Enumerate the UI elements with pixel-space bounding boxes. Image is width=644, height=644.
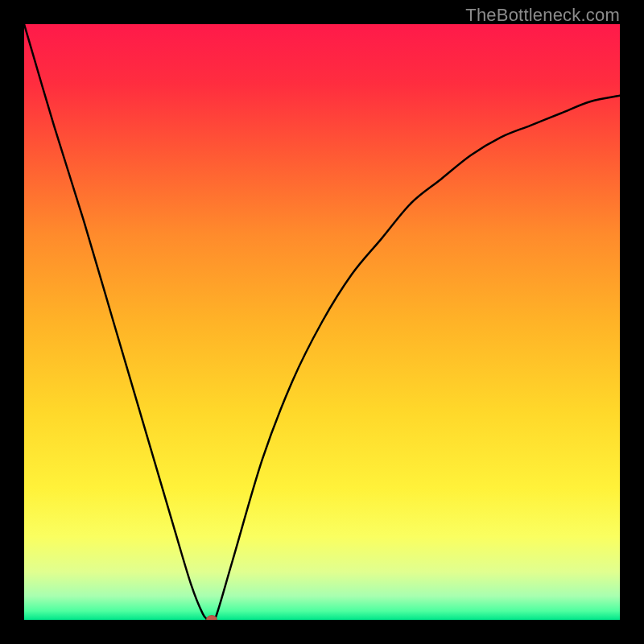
bottleneck-curve [24, 24, 620, 620]
optimal-marker [206, 615, 217, 620]
plot-area [24, 24, 620, 620]
attribution-text: TheBottleneck.com [465, 5, 620, 26]
chart-frame: TheBottleneck.com [0, 0, 644, 644]
